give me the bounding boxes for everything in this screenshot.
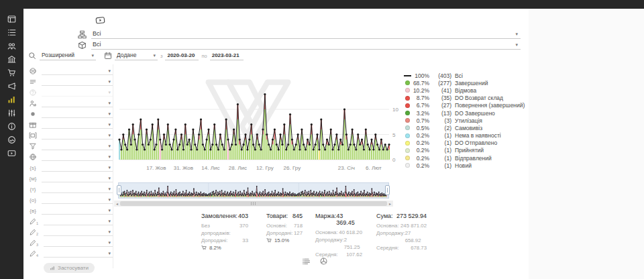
main-sidebar <box>0 9 23 279</box>
date-field-select[interactable]: Додане ▾ <box>115 51 158 60</box>
calendar-icon[interactable] <box>104 52 112 60</box>
filter-row-9[interactable]: {s}▾ <box>25 162 113 173</box>
legend-item-11[interactable]: 0.2%(1)Відправлений <box>405 154 525 162</box>
sidebar-list-icon[interactable] <box>7 28 16 37</box>
legend-item-7[interactable]: 0.5%(2)Самовивіз <box>405 124 525 131</box>
filter-select[interactable]: ▾ <box>42 207 113 215</box>
legend-count: (3) <box>429 117 451 124</box>
filter-row-14[interactable]: 1▾ <box>25 216 113 227</box>
sidebar-building-icon[interactable] <box>7 55 16 64</box>
legend-dot-swatch <box>405 133 410 138</box>
sidebar-video-icon[interactable] <box>7 149 16 158</box>
stats-sub-row: Основна:245 871.02 <box>376 222 427 229</box>
category-filter[interactable]: Всі ▾ <box>78 29 521 39</box>
legend-dot-swatch <box>405 163 410 168</box>
filter-select[interactable]: ▾ <box>44 239 113 247</box>
pencil-index: 3 <box>36 243 38 247</box>
product-filter[interactable]: Всі ▾ <box>78 40 521 50</box>
filter-select[interactable]: ▾ <box>42 89 113 97</box>
legend-item-3[interactable]: 8.7%(35)DO Возврат склад <box>405 95 525 102</box>
filter-select[interactable]: ▾ <box>42 196 113 204</box>
filter-select[interactable]: ▾ <box>42 131 113 140</box>
disc-icon[interactable] <box>319 257 328 266</box>
filter-row-13[interactable]: {в}▾ <box>25 205 113 216</box>
legend-item-1[interactable]: 68.7%(277)Завершений <box>405 79 525 87</box>
filter-row-11[interactable]: {т}▾ <box>25 184 113 194</box>
filter-select[interactable]: ▾ <box>44 249 113 258</box>
search-mode-select[interactable]: Розширений ▾ <box>40 51 96 60</box>
filter-select[interactable]: ▾ <box>42 110 113 118</box>
legend-item-0[interactable]: 100%(403)Всі <box>405 72 525 79</box>
filter-select[interactable]: ▾ <box>42 142 113 150</box>
filter-row-10[interactable]: {м}▾ <box>25 173 113 184</box>
filter-row-1[interactable]: ▾ <box>25 76 113 87</box>
filter-row-8[interactable]: ▾ <box>25 152 113 162</box>
filter-select[interactable]: ▾ <box>42 78 113 86</box>
filter-select[interactable]: ▾ <box>42 164 113 172</box>
filter-row-3[interactable]: ▾ <box>25 98 113 109</box>
filter-row-15[interactable]: 2▾ <box>25 227 113 237</box>
filter-row-16[interactable]: 3▾ <box>25 237 113 248</box>
legend-item-12[interactable]: 0.2%(1)Новий <box>405 162 525 169</box>
legend-item-10[interactable]: 0.2%(1)Прийнятий <box>405 147 525 154</box>
legend-count: (1) <box>429 147 451 154</box>
sidebar-dashboard-icon[interactable] <box>7 15 16 23</box>
sidebar-chart-icon[interactable] <box>7 95 16 104</box>
filter-select[interactable]: ▾ <box>42 67 113 75</box>
filter-select[interactable]: ▾ <box>42 174 113 182</box>
sidebar-partners-icon[interactable] <box>7 135 16 144</box>
sidebar-users-icon[interactable] <box>7 42 16 50</box>
stats-sub-row: Допродажу:2 751.25 <box>315 236 362 251</box>
date-from-input[interactable]: 2020-03-20 <box>165 51 199 60</box>
legend-item-8[interactable]: 0.2%(1)Нема в наявності <box>405 132 525 140</box>
date-to-input[interactable]: 2023-03-21 <box>210 51 244 60</box>
tutorial-video-icon[interactable] <box>92 15 108 25</box>
legend-item-6[interactable]: 0.7%(3)Утилізація <box>405 117 525 124</box>
sidebar-cart-icon[interactable] <box>7 68 16 77</box>
legend-item-4[interactable]: 6.7%(27)Повернення (завершений) <box>405 102 525 109</box>
filter-row-4[interactable]: ▾ <box>25 109 113 119</box>
legend-item-9[interactable]: 0.2%(1)DO Отправлено <box>405 140 525 147</box>
stats-sub-row: Допродані:127 <box>266 229 303 237</box>
scroll-right-icon[interactable]: ▸ <box>387 201 393 206</box>
sidebar-sliders-icon[interactable] <box>7 109 16 117</box>
stats-footer-value: 15.0% <box>274 237 289 244</box>
stats-footer: 8.2% <box>201 244 248 252</box>
legend-dot-swatch <box>405 111 410 115</box>
screen-icon <box>29 131 37 140</box>
filter-row-2[interactable]: ▾ <box>25 87 113 98</box>
minimap-left-handle[interactable] <box>117 185 121 195</box>
filter-row-12[interactable]: {о}▾ <box>25 194 113 205</box>
stats-sub-label: Середня: <box>376 244 399 252</box>
stats-sub-value: 718 <box>294 222 303 229</box>
filter-select[interactable]: ▾ <box>42 121 113 129</box>
filter-select[interactable]: ▾ <box>42 99 113 107</box>
filter-select[interactable]: ▾ <box>42 185 113 193</box>
filter-row-0[interactable]: ▾ <box>25 66 113 76</box>
legend-item-2[interactable]: 10.2%(41)Відмова <box>405 87 525 94</box>
stats-title: Товари:845 <box>266 213 303 219</box>
filter-row-5[interactable]: ▾ <box>25 119 113 130</box>
orders-chart[interactable]: 051017. Жов31. Жов14. Лис28. Лис12. Гру2… <box>113 64 405 176</box>
filter-select[interactable]: ▾ <box>44 217 113 225</box>
minimap-right-handle[interactable] <box>385 185 390 195</box>
apply-button[interactable]: Застосувати <box>44 263 95 273</box>
sidebar-info-icon[interactable] <box>7 122 16 131</box>
filter-row-6[interactable]: ▾ <box>25 130 113 141</box>
sidebar-megaphone-icon[interactable] <box>7 82 16 91</box>
legend-item-5[interactable]: 3.2%(13)DO Завершено <box>405 109 525 117</box>
filter-row-7[interactable]: ▾ <box>25 141 113 152</box>
search-and-date-row: Розширений ▾ Додане ▾ з 2020-03-20 по 20… <box>28 50 244 61</box>
chart-scrollbar[interactable]: ◂ ▸ <box>114 201 393 207</box>
chart-minimap[interactable] <box>118 182 389 199</box>
category-filter-field[interactable]: Всі ▾ <box>91 30 521 39</box>
scrollbar-thumb[interactable] <box>120 201 387 206</box>
scroll-left-icon[interactable]: ◂ <box>114 201 120 206</box>
product-filter-field[interactable]: Всі ▾ <box>91 40 521 50</box>
filter-select[interactable]: ▾ <box>44 228 113 236</box>
filter-select[interactable]: ▾ <box>42 153 113 161</box>
list-view-icon[interactable] <box>302 257 311 266</box>
svg-text:17. Жов: 17. Жов <box>146 165 166 171</box>
filter-row-17[interactable]: 4▾ <box>25 248 113 259</box>
search-icon[interactable] <box>28 52 36 60</box>
